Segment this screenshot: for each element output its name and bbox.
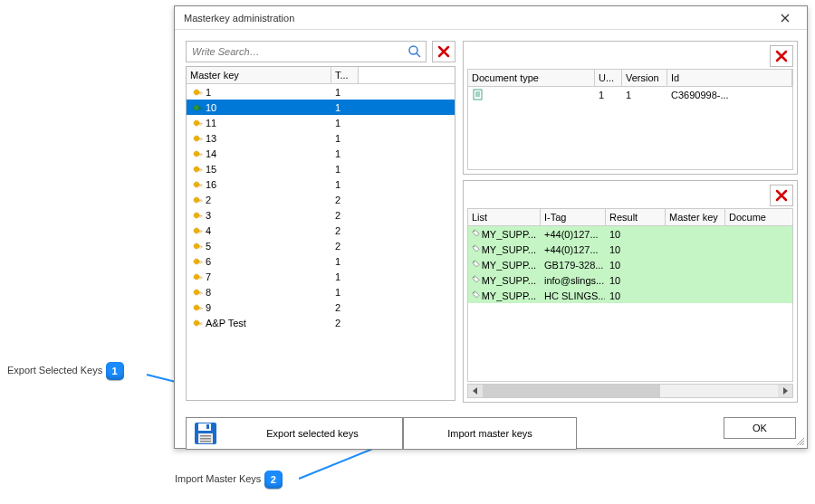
table-row[interactable]: 22	[187, 192, 455, 207]
cell-itag: +44(0)127...	[541, 229, 606, 240]
cell-t: 1	[331, 287, 359, 298]
list-rows-container: MY_SUPP...+44(0)127...10MY_SUPP...+44(0)…	[468, 226, 792, 303]
col-list[interactable]: List	[468, 209, 541, 225]
table-row[interactable]: MY_SUPP...GB179-328...10	[468, 257, 792, 272]
table-row[interactable]: 11C3690998-...	[468, 87, 792, 102]
table-row[interactable]: MY_SUPP...info@slings...10	[468, 272, 792, 288]
list-grid[interactable]: List I-Tag Result Master key Docume MY_S…	[467, 208, 793, 382]
svg-point-6	[474, 292, 475, 293]
list-panel-clear-button[interactable]	[770, 185, 793, 206]
export-button-label: Export selected keys	[234, 428, 391, 439]
callout-2-label: Import Master Keys 2	[175, 471, 283, 489]
key-icon	[190, 102, 203, 113]
masterkey-grid[interactable]: Master key T... 111011111311411511612232…	[186, 66, 455, 401]
cell-id: C3690998-...	[667, 90, 792, 100]
col-t[interactable]: T...	[331, 67, 359, 83]
table-row[interactable]: 81	[187, 284, 455, 300]
key-icon	[190, 287, 203, 298]
cell-masterkey: 4	[187, 225, 331, 236]
cell-t: 1	[331, 179, 359, 190]
dialog-masterkey-admin: Masterkey administration Master k	[174, 5, 808, 449]
cell-result: 10	[606, 244, 666, 255]
col-u[interactable]: U...	[595, 70, 622, 86]
table-row[interactable]: 61	[187, 253, 455, 269]
tag-icon	[472, 228, 480, 240]
export-selected-keys-button[interactable]: Export selected keys	[186, 417, 403, 450]
table-row[interactable]: 101	[187, 100, 455, 115]
table-row[interactable]: 141	[187, 146, 455, 161]
key-icon	[190, 225, 203, 236]
close-icon	[781, 14, 790, 23]
scroll-left-button[interactable]	[468, 385, 483, 397]
list-hscrollbar[interactable]	[467, 384, 793, 398]
window-title: Masterkey administration	[184, 13, 294, 24]
table-row[interactable]: 92	[187, 300, 455, 315]
key-icon	[190, 179, 203, 190]
cell-masterkey-text: A&P Test	[206, 318, 246, 328]
table-row[interactable]: 111	[187, 115, 455, 130]
callout-2-text: Import Master Keys	[175, 473, 261, 484]
cell-version: 1	[622, 90, 667, 100]
dialog-body: Master key T... 111011111311411511612232…	[175, 30, 807, 448]
cell-list: MY_SUPP...	[468, 243, 541, 255]
key-icon	[190, 318, 203, 328]
callout-1-text: Export Selected Keys	[7, 365, 102, 376]
table-row[interactable]: 11	[187, 84, 455, 100]
col-masterkey[interactable]: Master key	[187, 67, 331, 83]
cell-itag: GB179-328...	[541, 260, 606, 271]
table-row[interactable]: MY_SUPP...+44(0)127...10	[468, 226, 792, 242]
table-row[interactable]: MY_SUPP...HC SLINGS...10	[468, 288, 792, 303]
col-doctype[interactable]: Document type	[468, 70, 595, 86]
table-row[interactable]: 52	[187, 238, 455, 253]
table-row[interactable]: 32	[187, 207, 455, 223]
col-itag[interactable]: I-Tag	[541, 209, 606, 225]
col-id[interactable]: Id	[667, 70, 792, 86]
table-row[interactable]: 131	[187, 130, 455, 146]
svg-point-3	[474, 246, 475, 247]
cell-masterkey: 14	[187, 148, 331, 159]
scroll-thumb[interactable]	[483, 385, 660, 397]
cell-u: 1	[595, 90, 622, 100]
search-input[interactable]	[190, 45, 408, 58]
search-icon[interactable]	[408, 44, 422, 59]
resize-grip[interactable]	[794, 435, 805, 446]
col-doc[interactable]: Docume	[725, 209, 792, 225]
scroll-track[interactable]	[483, 385, 778, 397]
cell-t: 1	[331, 148, 359, 159]
key-icon	[190, 241, 203, 252]
cell-t: 1	[331, 133, 359, 144]
col-version[interactable]: Version	[622, 70, 667, 86]
clear-search-button[interactable]	[432, 41, 455, 62]
table-row[interactable]: MY_SUPP...+44(0)127...10	[468, 242, 792, 257]
table-row[interactable]: 161	[187, 176, 455, 192]
cell-masterkey-text: 4	[206, 225, 211, 236]
document-panel-clear-button[interactable]	[770, 45, 793, 67]
cell-itag: info@slings...	[541, 275, 606, 286]
scroll-right-button[interactable]	[778, 385, 792, 397]
cell-masterkey: 13	[187, 133, 331, 144]
import-master-keys-button[interactable]: Import master keys	[403, 417, 577, 450]
table-row[interactable]: A&P Test2	[187, 315, 455, 330]
table-row[interactable]: 42	[187, 223, 455, 238]
document-icon	[472, 89, 484, 100]
table-row[interactable]: 151	[187, 161, 455, 176]
cell-t: 1	[331, 256, 359, 267]
tag-icon	[472, 274, 480, 286]
cell-result: 10	[606, 290, 666, 301]
document-panel: Document type U... Version Id 11C3690998…	[463, 41, 798, 175]
col-result[interactable]: Result	[606, 209, 666, 225]
cell-masterkey-text: 1	[206, 87, 211, 98]
key-icon	[190, 118, 203, 128]
close-button[interactable]	[769, 9, 801, 27]
key-icon	[190, 302, 203, 313]
titlebar: Masterkey administration	[175, 6, 807, 30]
ok-button[interactable]: OK	[724, 417, 796, 439]
document-grid[interactable]: Document type U... Version Id 11C3690998…	[467, 69, 793, 170]
search-box[interactable]	[186, 41, 427, 62]
cell-result: 10	[606, 275, 666, 286]
table-row[interactable]: 71	[187, 269, 455, 284]
cell-masterkey: 1	[187, 87, 331, 98]
cell-masterkey-text: 10	[206, 102, 216, 113]
cell-t: 2	[331, 210, 359, 221]
col-mk[interactable]: Master key	[666, 209, 725, 225]
